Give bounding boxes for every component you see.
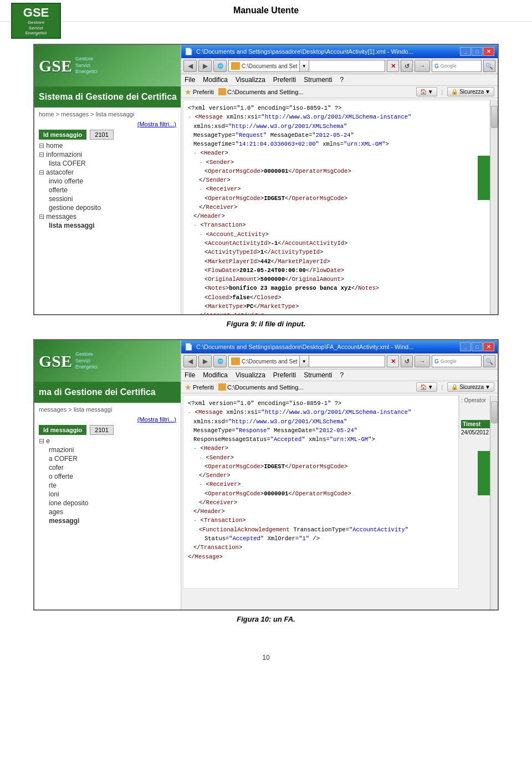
nav-item-messages[interactable]: ⊟ messages (39, 213, 176, 221)
minimize-btn-1[interactable]: _ (460, 47, 471, 56)
gse-subtext-1: GestoreServiziEnergetici (75, 56, 98, 75)
nav-item2-messaggi[interactable]: messaggi (39, 517, 176, 525)
xml2-line-9: </Sender> (188, 471, 454, 480)
ie-menu-bar-2: File Modifica Visualizza Preferiti Strum… (181, 370, 498, 381)
fav-item-2[interactable]: ★ Preferiti (185, 383, 214, 392)
forward-btn-2[interactable]: ▶ (198, 355, 212, 367)
forward-btn-1[interactable]: ▶ (198, 60, 212, 72)
gse-logo: GSE GestoreServiziEnergetici (11, 3, 61, 39)
menu-preferiti-1[interactable]: Preferiti (273, 75, 296, 84)
menu-help-2[interactable]: ? (340, 371, 344, 380)
restore-btn-2[interactable]: □ (472, 342, 483, 351)
nav-item-offerte[interactable]: offerte (39, 186, 176, 194)
xml2-line-12: </Receiver> (188, 498, 454, 507)
stop-btn-2[interactable]: ✕ (387, 355, 399, 367)
menu-file-2[interactable]: File (185, 371, 195, 380)
restore-btn-1[interactable]: □ (472, 47, 483, 56)
refresh-btn-2[interactable]: ↺ (401, 355, 413, 367)
sicurezza-btn-2[interactable]: 🔒 Sicurezza ▼ (447, 382, 494, 392)
nav-item-astacofer[interactable]: ⊟ astacofer (39, 168, 176, 176)
xml2-line-10: - <Receiver> (188, 480, 454, 489)
xml-line-4: MessageType="Request" MessageDate="2012-… (188, 131, 491, 140)
menu-strumenti-1[interactable]: Strumenti (304, 75, 332, 84)
xml2-line-14: - <Transaction> (188, 516, 454, 525)
id-label-btn-1[interactable]: Id messaggio (39, 130, 86, 140)
xml-line-8: <OperatorMsgCode>0000001</OperatorMsgCod… (188, 167, 491, 176)
close-btn-1[interactable]: ✕ (483, 47, 494, 56)
address-bar-1[interactable]: C:\Documents and Set ▼ (228, 60, 385, 72)
search-area-1[interactable]: G Google (432, 60, 482, 72)
fav-page-item-2[interactable]: C:\Documents and Setting... (218, 383, 304, 391)
search-go-1[interactable]: 🔍 (483, 60, 495, 72)
nav-item-informazioni[interactable]: ⊟ informazioni (39, 151, 176, 158)
right-panel-2: 📄 C:\Documents and Settings\passadore\De… (181, 340, 498, 609)
back-btn-1[interactable]: ◀ (183, 60, 197, 72)
gse-subtext-2: GestoreServiziEnergetici (75, 351, 98, 371)
addr-text-2: C:\Documents and Set (242, 358, 298, 365)
menu-visualizza-2[interactable]: Visualizza (236, 371, 265, 380)
nav-item2-ages[interactable]: ages (39, 508, 176, 516)
logo-subtitle: GestoreServiziEnergetici (25, 20, 47, 36)
nav-item2-rmazioni[interactable]: rmazioni (39, 446, 176, 454)
nav-item2-ione-deposito[interactable]: ione deposito (39, 499, 176, 507)
nav-item2-a-cofer[interactable]: a COFER (39, 455, 176, 463)
xml-region-2: <?xml version="1.0" encoding="iso-8859-1… (181, 395, 498, 589)
menu-preferiti-2[interactable]: Preferiti (273, 371, 296, 380)
close-btn-2[interactable]: ✕ (483, 342, 494, 351)
nav-item2-cofer[interactable]: cofer (39, 464, 176, 472)
fav-page-icon-1 (218, 88, 226, 95)
xml-content-2: <?xml version="1.0" encoding="iso-8859-1… (183, 395, 459, 589)
nav-item-lista-cofer[interactable]: lista COFER (39, 160, 176, 167)
nav-item2-rte[interactable]: rte (39, 481, 176, 489)
addr-dropdown-2[interactable]: ▼ (299, 355, 309, 367)
fav-item-1[interactable]: ★ Preferiti (185, 88, 214, 96)
back-btn-2[interactable]: ◀ (183, 355, 197, 367)
google-icon-2: G (434, 358, 439, 365)
nav-item-lista-messaggi[interactable]: lista messaggi (39, 222, 176, 229)
menu-modifica-2[interactable]: Modifica (203, 371, 228, 380)
nav-item-gestione-deposito[interactable]: gestione deposito (39, 204, 176, 212)
nav-item-invio-offerte[interactable]: invio offerte (39, 177, 176, 185)
fav-page-label-2: C:\Documents and Setting... (227, 384, 304, 391)
nav-item2-o-offerte[interactable]: o offerte (39, 473, 176, 480)
go-btn-1[interactable]: → (415, 60, 430, 72)
figure1-container: GSE GestoreServiziEnergetici Sistema di … (22, 44, 510, 328)
breadcrumb-2: messages > lista messaggi (39, 406, 176, 413)
search-area-2[interactable]: G Google (432, 355, 482, 367)
refresh-btn-1[interactable]: ↺ (401, 60, 413, 72)
left-panel-2: GSE GestoreServiziEnergetici ma di Gesti… (34, 340, 181, 609)
menu-modifica-1[interactable]: Modifica (203, 75, 228, 84)
pagina-btn-2[interactable]: 🏠 ▼ (416, 382, 437, 392)
ie-fav-bar-2: ★ Preferiti C:\Documents and Setting... … (181, 381, 498, 393)
menu-visualizza-1[interactable]: Visualizza (236, 75, 265, 84)
xml2-line-11: <OperatorMsgCode>0000001</OperatorMsgCod… (188, 489, 454, 498)
stop-btn-1[interactable]: ✕ (387, 60, 399, 72)
xml-line-17: <ActivityTypeId>1</ActivityTypeId> (188, 248, 491, 257)
show-filters-btn-1[interactable]: (Mostra filtri...) (137, 121, 176, 127)
scrollbar-thumb-2[interactable] (491, 401, 498, 423)
figure2-caption: Figura 10: un FA. (237, 615, 295, 623)
scrollbar-v-2[interactable] (490, 396, 498, 609)
nav-item2-ioni[interactable]: ioni (39, 490, 176, 498)
search-go-2[interactable]: 🔍 (483, 355, 495, 367)
nav-item-home[interactable]: ⊟ home (39, 142, 176, 150)
menu-file-1[interactable]: File (185, 75, 195, 84)
show-filters-btn-2[interactable]: (Mostra filtri...) (137, 416, 176, 423)
addr-dropdown-1[interactable]: ▼ (299, 60, 309, 72)
ie-title-bar-2: 📄 C:\Documents and Settings\passadore\De… (181, 340, 498, 353)
sicurezza-btn-1[interactable]: 🔒 Sicurezza ▼ (447, 87, 494, 96)
minimize-btn-2[interactable]: _ (460, 342, 471, 351)
pagina-btn-1[interactable]: 🏠 ▼ (416, 87, 437, 96)
id-label-btn-2[interactable]: Id messaggio (39, 425, 86, 435)
nav-item-sessioni[interactable]: sessioni (39, 195, 176, 203)
fav-star-icon-2: ★ (185, 383, 192, 392)
nav-item2-e[interactable]: ⊟ e (39, 437, 176, 445)
menu-help-1[interactable]: ? (340, 75, 344, 84)
ie-fav-bar-1: ★ Preferiti C:\Documents and Setting... … (181, 86, 498, 98)
scrollbar-thumb-1[interactable] (491, 106, 498, 128)
go-btn-2[interactable]: → (415, 355, 430, 367)
address-bar-2[interactable]: C:\Documents and Set ▼ (228, 355, 385, 367)
menu-strumenti-2[interactable]: Strumenti (304, 371, 332, 380)
fav-page-item-1[interactable]: C:\Documents and Setting... (218, 88, 304, 95)
scrollbar-v-1[interactable] (490, 100, 498, 314)
